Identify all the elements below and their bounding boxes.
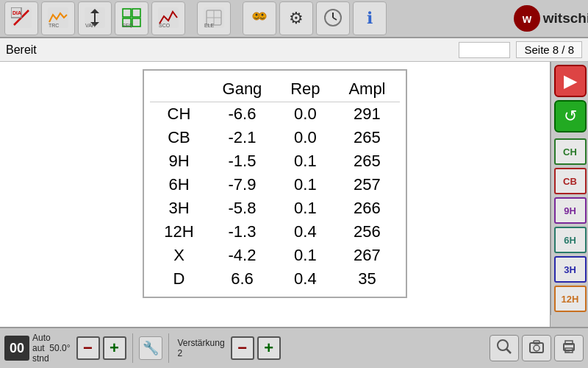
cell-rep: 0.0	[276, 126, 334, 149]
logo-dot: w	[514, 5, 540, 32]
toolbar-btn-trc[interactable]: TRC	[41, 1, 75, 35]
verstarkung-label: Verstärkung	[178, 338, 225, 348]
page-indicator: Seite 8 / 8	[516, 41, 582, 58]
sidebar-btn-CB[interactable]: CB	[554, 168, 587, 194]
cell-ampl: 265	[334, 126, 400, 149]
toolbar-btn-seq[interactable]: SEQ	[115, 1, 148, 35]
clock-icon	[323, 8, 343, 29]
svg-text:VAR: VAR	[85, 23, 96, 28]
tool-button[interactable]: 🔧	[139, 336, 162, 360]
table-header-row: Gang Rep Ampl	[150, 77, 400, 102]
toolbar-btn-ele[interactable]: ELE	[197, 1, 231, 35]
search-icon	[496, 339, 512, 358]
verstarkung-minus[interactable]: −	[231, 336, 254, 360]
toolbar-btn-sco[interactable]: SCO	[151, 1, 185, 35]
camera-icon-btn[interactable]	[522, 335, 551, 361]
svg-point-26	[256, 13, 258, 15]
cell-ampl: 265	[334, 149, 400, 173]
status-input[interactable]	[459, 42, 510, 58]
cell-ampl: 257	[334, 173, 400, 197]
sidebar-btn-9H[interactable]: 9H	[554, 197, 587, 224]
svg-text:SCO: SCO	[159, 23, 171, 28]
divider1	[132, 333, 133, 363]
sco-icon: SCO	[158, 7, 179, 30]
svg-point-33	[498, 340, 508, 350]
svg-line-30	[333, 18, 337, 20]
camera-icon	[528, 339, 545, 358]
cell-rep: 0.4	[276, 267, 334, 291]
cell-gang: -5.8	[208, 197, 276, 220]
table-wrapper: Gang Rep Ampl CH -6.6 0.0 291 CB -2.1 0.…	[143, 69, 407, 298]
table-row: 6H -7.9 0.1 257	[150, 173, 400, 197]
col-header-pos	[150, 77, 208, 102]
refresh-button[interactable]: ↺	[554, 100, 587, 132]
bottom-right-icons	[490, 335, 584, 361]
data-table: Gang Rep Ampl CH -6.6 0.0 291 CB -2.1 0.…	[150, 77, 400, 291]
col-header-ampl: Ampl	[334, 77, 400, 102]
table-row: CH -6.6 0.0 291	[150, 102, 400, 127]
search-icon-btn[interactable]	[490, 335, 519, 361]
sub1: aut	[32, 343, 45, 353]
svg-text:DIA: DIA	[12, 10, 21, 15]
ele-icon: ELE	[204, 7, 224, 30]
toolbar-btn-var[interactable]: VAR	[78, 1, 112, 35]
dia-icon: DIA	[11, 7, 32, 30]
cell-ampl: 267	[334, 244, 400, 267]
gear-icon: ⚙	[289, 10, 304, 26]
svg-line-34	[506, 349, 511, 353]
var-icon: VAR	[85, 7, 105, 30]
svg-rect-39	[565, 341, 573, 344]
cell-gang: -1.3	[208, 220, 276, 244]
plus-button[interactable]: +	[103, 336, 126, 360]
toolbar-btn-gear[interactable]: ⚙	[279, 1, 313, 35]
next-button[interactable]: ▶	[554, 65, 587, 97]
print-icon	[561, 339, 577, 358]
verstarkung-plus[interactable]: +	[257, 336, 281, 360]
table-row: 12H -1.3 0.4 256	[150, 220, 400, 244]
cell-gang: -2.1	[208, 126, 276, 149]
svg-text:SEQ: SEQ	[122, 23, 133, 28]
logo-area: w witschi	[519, 1, 585, 35]
main-area: Gang Rep Ampl CH -6.6 0.0 291 CB -2.1 0.…	[0, 62, 588, 327]
sub2: 50.0°	[49, 343, 70, 353]
print-icon-btn[interactable]	[554, 335, 584, 361]
toolbar-btn-dia[interactable]: DIA	[4, 1, 38, 35]
cell-ampl: 35	[334, 267, 400, 291]
mode-label: Auto	[32, 333, 71, 343]
sidebar-btn-3H[interactable]: 3H	[554, 256, 587, 283]
toolbar-btn-clock[interactable]	[316, 1, 350, 35]
info-icon: ℹ	[367, 10, 373, 26]
cell-pos: 6H	[150, 173, 208, 197]
faces-icon	[249, 7, 270, 30]
table-row: 3H -5.8 0.1 266	[150, 197, 400, 220]
cell-gang: 6.6	[208, 267, 276, 291]
cell-gang: -6.6	[208, 102, 276, 127]
toolbar-btn-faces[interactable]	[243, 1, 276, 35]
svg-text:w: w	[522, 13, 532, 25]
toolbar-btn-info[interactable]: ℹ	[353, 1, 387, 35]
cell-rep: 0.0	[276, 102, 334, 127]
table-row: 9H -1.5 0.1 265	[150, 149, 400, 173]
svg-point-36	[534, 345, 539, 351]
minus-button[interactable]: −	[76, 336, 100, 360]
cell-ampl: 256	[334, 220, 400, 244]
cell-pos: 9H	[150, 149, 208, 173]
table-row: CB -2.1 0.0 265	[150, 126, 400, 149]
cell-pos: X	[150, 244, 208, 267]
data-section: Gang Rep Ampl CH -6.6 0.0 291 CB -2.1 0.…	[0, 62, 550, 327]
cell-ampl: 291	[334, 102, 400, 127]
next-icon: ▶	[564, 71, 577, 91]
toolbar: DIA TRC VAR	[0, 0, 588, 38]
svg-text:ELE: ELE	[204, 23, 215, 28]
cell-rep: 0.1	[276, 197, 334, 220]
sidebar-btn-12H[interactable]: 12H	[554, 286, 587, 312]
cell-pos: 3H	[150, 197, 208, 220]
sidebar-btn-CH[interactable]: CH	[554, 138, 587, 165]
svg-point-27	[262, 13, 264, 15]
status-text: Bereit	[6, 43, 459, 57]
trc-icon: TRC	[48, 7, 68, 30]
bottom-info: Auto aut 50.0° stnd	[32, 333, 71, 364]
sidebar-btn-6H[interactable]: 6H	[554, 227, 587, 253]
table-row: X -4.2 0.1 267	[150, 244, 400, 267]
cell-pos: D	[150, 267, 208, 291]
